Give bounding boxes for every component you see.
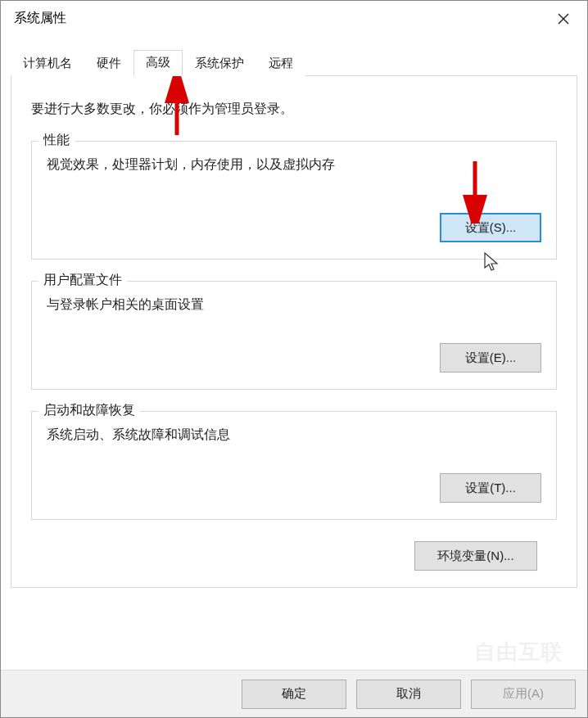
user-profiles-desc: 与登录帐户相关的桌面设置	[47, 296, 541, 314]
performance-desc: 视觉效果，处理器计划，内存使用，以及虚拟内存	[47, 156, 541, 174]
performance-settings-button[interactable]: 设置(S)...	[440, 213, 541, 242]
tab-strip: 计算机名 硬件 高级 系统保护 远程	[11, 50, 577, 76]
client-area: 计算机名 硬件 高级 系统保护 远程 要进行大多数更改，你必须作为管理员登录。 …	[1, 37, 587, 588]
ok-button[interactable]: 确定	[242, 680, 346, 709]
startup-recovery-settings-button[interactable]: 设置(T)...	[440, 473, 541, 503]
tab-remote[interactable]: 远程	[256, 51, 305, 76]
tab-panel-advanced: 要进行大多数更改，你必须作为管理员登录。 性能 视觉效果，处理器计划，内存使用，…	[11, 76, 577, 588]
window-title: 系统属性	[14, 10, 66, 27]
watermark: 自由互联	[474, 638, 563, 666]
cancel-button[interactable]: 取消	[356, 680, 461, 709]
close-button[interactable]	[540, 1, 587, 37]
startup-recovery-desc: 系统启动、系统故障和调试信息	[47, 427, 541, 444]
close-icon	[558, 13, 569, 25]
startup-recovery-legend: 启动和故障恢复	[38, 402, 140, 419]
tab-advanced[interactable]: 高级	[133, 50, 183, 76]
dialog-button-row: 确定 取消 应用(A)	[1, 670, 587, 717]
performance-group: 性能 视觉效果，处理器计划，内存使用，以及虚拟内存 设置(S)...	[31, 141, 557, 260]
tab-computer-name[interactable]: 计算机名	[11, 51, 84, 76]
user-profiles-group: 用户配置文件 与登录帐户相关的桌面设置 设置(E)...	[31, 281, 557, 390]
user-profiles-legend: 用户配置文件	[38, 272, 127, 289]
admin-note: 要进行大多数更改，你必须作为管理员登录。	[31, 101, 557, 118]
performance-legend: 性能	[38, 132, 75, 149]
env-var-row: 环境变量(N)...	[31, 541, 537, 571]
apply-button[interactable]: 应用(A)	[471, 680, 576, 709]
tab-hardware[interactable]: 硬件	[84, 51, 133, 76]
tab-system-protection[interactable]: 系统保护	[183, 51, 256, 76]
startup-recovery-group: 启动和故障恢复 系统启动、系统故障和调试信息 设置(T)...	[31, 411, 557, 520]
titlebar: 系统属性	[1, 1, 587, 37]
user-profiles-settings-button[interactable]: 设置(E)...	[440, 343, 541, 373]
environment-variables-button[interactable]: 环境变量(N)...	[414, 541, 537, 571]
system-properties-window: 系统属性 计算机名 硬件 高级 系统保护 远程 要进行大多数更改，你必须作为管理…	[0, 0, 588, 718]
